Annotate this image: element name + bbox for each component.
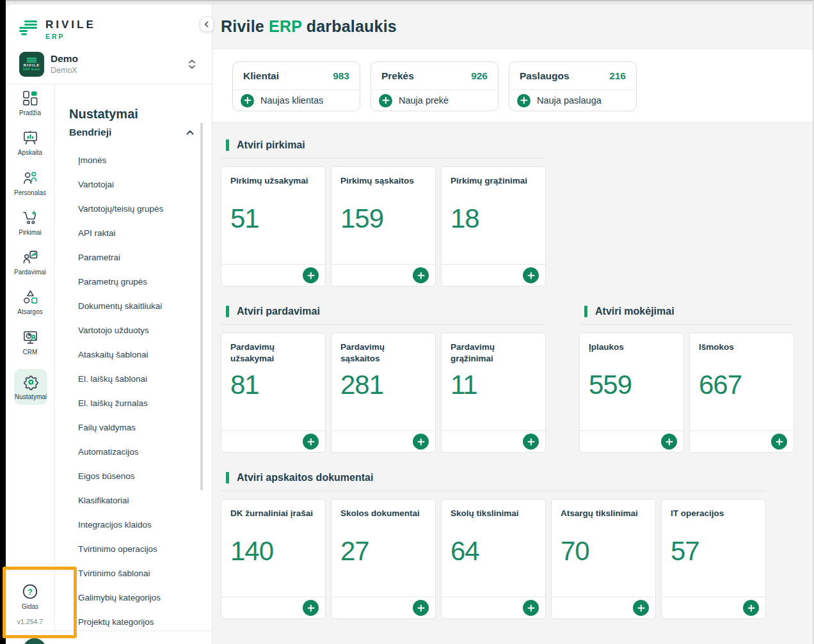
stat-card-pardavimu-saskaitos[interactable]: Pardavimų sąskaitos 281: [331, 333, 436, 453]
menu-item-eigos-busenos[interactable]: Eigos būsenos: [78, 471, 135, 482]
stat-card-count: 81: [230, 372, 259, 398]
stat-card-ismokos[interactable]: Išmokos 667: [689, 333, 794, 453]
stat-card-skolos-dokumentai[interactable]: Skolos dokumentai 27: [331, 499, 436, 619]
window-top-strip: [0, 0, 814, 4]
sidebar-item-nustatymai[interactable]: Nustatymai: [14, 369, 47, 405]
shapes-icon: [22, 289, 38, 305]
menu-item-integracijos-klaidos[interactable]: Integracijos klaidos: [78, 520, 152, 530]
stat-card-count: 18: [451, 205, 479, 232]
sidebar-item-pradzia[interactable]: Pradžia: [6, 90, 54, 116]
add-icon[interactable]: [633, 600, 649, 616]
section-atviri-apskaitos-dokumentai: Atviri apskaitos dokumentai DK žurnalini…: [221, 470, 766, 619]
stat-card-atsargu-tikslinimai[interactable]: Atsargų tikslinimai 70: [551, 499, 656, 619]
sidebar-item-label: Nustatymai: [15, 393, 47, 400]
add-icon[interactable]: [303, 434, 319, 450]
add-icon[interactable]: [303, 267, 319, 283]
stat-card-iplaukos[interactable]: Įplaukos 559: [579, 333, 684, 453]
add-icon[interactable]: [413, 434, 429, 450]
menu-item-dokumentu-skaitliukai[interactable]: Dokumentų skaitliukai: [78, 301, 162, 311]
add-icon[interactable]: [523, 267, 539, 283]
add-icon[interactable]: [413, 267, 429, 283]
menu-item-klasifikatoriai[interactable]: Klasifikatoriai: [78, 496, 129, 506]
menu-item-parametru-grupes[interactable]: Parametrų grupės: [78, 277, 147, 287]
menu-item-imones[interactable]: Įmonės: [78, 155, 106, 166]
section-title: Atviri pirkimai: [237, 139, 305, 151]
add-icon[interactable]: [303, 600, 319, 616]
stat-card-label: Įplaukos: [580, 333, 683, 353]
sidebar-item-crm[interactable]: CRM: [6, 329, 54, 356]
add-icon[interactable]: [413, 600, 429, 616]
menu-item-projektu-kategorijos[interactable]: Projektų kategorijos: [78, 617, 154, 627]
sidebar-item-pirkimai[interactable]: Pirkimai: [6, 210, 54, 236]
stat-card-it-operacijos[interactable]: IT operacijos 57: [661, 499, 766, 619]
menu-item-el-laisku-sablonai[interactable]: El. laiškų šablonai: [78, 374, 147, 384]
chevron-up-icon: [186, 129, 195, 136]
stat-card-pardavimu-grazinimai[interactable]: Pardavimų grąžinimai 11: [441, 333, 546, 453]
stat-card-dk-zurnaliniai-irasai[interactable]: DK žurnaliniai įrašai 140: [221, 499, 326, 619]
add-icon[interactable]: [523, 434, 539, 450]
menu-item-tvirtinimo-operacijos[interactable]: Tvirtinimo operacijos: [78, 544, 157, 554]
sidebar-item-pardavimai[interactable]: Pardavimai: [6, 249, 54, 276]
brand-product: ERP: [45, 33, 96, 40]
stat-card-pirkimu-saskaitos[interactable]: Pirkimų sąskaitos 159: [331, 166, 436, 287]
stat-card-count: 559: [589, 372, 632, 398]
stat-card-label: IT operacijos: [662, 499, 765, 519]
menu-item-vartotoju-teisiu-grupes[interactable]: Vartotojų/teisių grupės: [78, 204, 163, 214]
new-service-button[interactable]: Nauja paslauga: [509, 90, 636, 111]
quick-card-label: Klientai: [243, 70, 279, 82]
settings-group-bendrieji[interactable]: Bendrieji: [69, 127, 195, 138]
stat-card-label: Atsargų tikslinimai: [552, 499, 655, 519]
menu-item-failu-valdymas[interactable]: Failų valdymas: [78, 423, 136, 433]
stat-card-pirkimu-grazinimai[interactable]: Pirkimų grąžinimai 18: [441, 166, 546, 287]
workspace-company: DemoX: [51, 66, 78, 75]
stat-card-label: DK žurnaliniai įrašai: [221, 499, 325, 519]
app-root: RIVILE ERP RIVILE ERP demo Demo DemoX: [0, 0, 814, 644]
rivile-logo-mark-icon: [19, 20, 37, 38]
sidebar-item-label: Gidas: [22, 603, 38, 610]
sidebar-item-label: Atsargos: [17, 308, 42, 315]
stat-card-pardavimu-uzsakymai[interactable]: Pardavimų užsakymai 81: [221, 333, 326, 453]
menu-item-parametrai[interactable]: Parametrai: [78, 253, 120, 263]
new-client-button[interactable]: Naujas klientas: [233, 90, 360, 111]
quick-card-paslaugos: Paslaugos 216 Nauja paslauga: [509, 61, 637, 111]
new-product-button[interactable]: Nauja prekė: [371, 90, 498, 111]
menu-item-el-laisku-zurnalas[interactable]: El. laiškų žurnalas: [78, 398, 148, 409]
stat-card-skolu-tikslinimai[interactable]: Skolų tikslinimai 64: [441, 499, 546, 619]
workspace-name: Demo: [51, 53, 78, 65]
updown-caret-icon: [188, 59, 196, 70]
quick-card-count: 983: [333, 70, 349, 82]
add-icon[interactable]: [523, 600, 539, 616]
sidebar-item-atsargos[interactable]: Atsargos: [6, 289, 54, 315]
user-avatar[interactable]: [23, 638, 46, 644]
add-icon: [379, 94, 392, 107]
menu-item-api-raktai[interactable]: API raktai: [78, 228, 116, 239]
add-icon[interactable]: [743, 600, 759, 616]
add-icon[interactable]: [661, 434, 677, 450]
sidebar-item-label: Apskaita: [18, 149, 42, 156]
menu-item-galimybiu-kategorijos[interactable]: Galimybių kategorijos: [78, 593, 161, 603]
sidebar-item-personalas[interactable]: Personalas: [6, 170, 54, 196]
menu-item-automatizacijos[interactable]: Automatizacijos: [78, 447, 139, 457]
stat-card-count: 140: [230, 538, 273, 565]
workspace-selector[interactable]: RIVILE ERP demo Demo DemoX: [19, 49, 201, 79]
divider: [221, 324, 546, 325]
people-icon: [22, 170, 38, 186]
sidebar-scrollbar[interactable]: [200, 123, 203, 491]
stat-card-label: Pardavimų grąžinimai: [442, 333, 545, 365]
sidebar-item-gidas[interactable]: ? Gidas: [6, 583, 54, 610]
divider: [6, 631, 212, 631]
sidebar-item-label: Pradžia: [19, 109, 41, 116]
menu-item-ataskaitu-sablonai[interactable]: Ataskaitų šablonai: [78, 350, 148, 360]
sidebar-item-apskaita[interactable]: Apskaita: [6, 130, 54, 156]
menu-item-vartotojo-uzduotys[interactable]: Vartotojo užduotys: [78, 326, 149, 336]
menu-item-tvirtinimo-sablonai[interactable]: Tvirtinimo šablonai: [78, 569, 150, 579]
add-icon: [517, 94, 531, 107]
sidebar-collapse-button[interactable]: [200, 17, 214, 32]
stat-card-pirkimu-uzsakymai[interactable]: Pirkimų užsakymai 51: [221, 166, 326, 287]
section-title: Atviri apskaitos dokumentai: [237, 472, 373, 483]
add-icon: [241, 94, 254, 107]
quick-card-action-label: Nauja prekė: [399, 95, 449, 106]
add-icon[interactable]: [771, 434, 787, 450]
stat-card-label: Pirkimų sąskaitos: [331, 167, 435, 187]
menu-item-vartotojai[interactable]: Vartotojai: [78, 180, 114, 190]
